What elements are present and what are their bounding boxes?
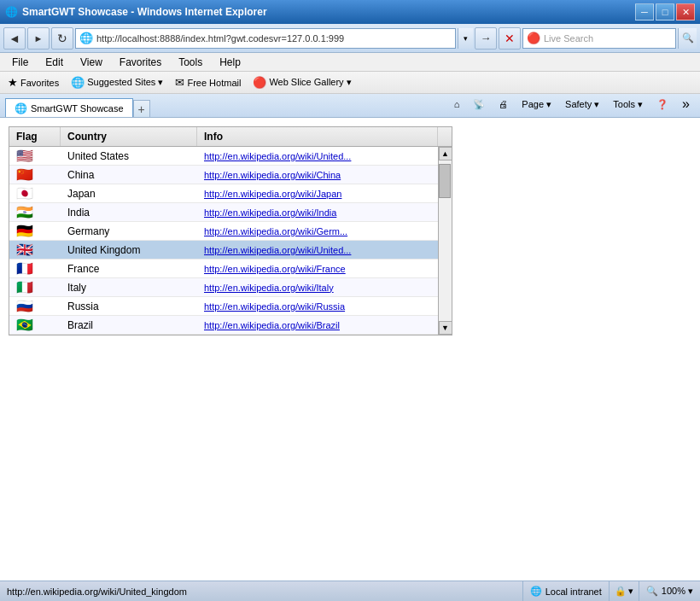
forward-button[interactable]: ► bbox=[27, 27, 50, 50]
title-bar-icon: 🌐 bbox=[5, 6, 18, 18]
title-bar-text: SmartGWT Showcase - Windows Internet Exp… bbox=[22, 6, 635, 18]
table-row[interactable]: 🇯🇵 Japan http://en.wikipedia.org/wiki/Ja… bbox=[9, 184, 438, 203]
new-tab-button[interactable]: + bbox=[133, 100, 150, 117]
globe-icon: 🌐 bbox=[71, 76, 85, 89]
address-dropdown[interactable]: ▾ bbox=[458, 28, 473, 49]
web-slice-icon: 🔴 bbox=[253, 76, 266, 89]
flag-cell: 🇫🇷 bbox=[9, 260, 61, 277]
search-icon: 🔴 bbox=[527, 32, 540, 44]
menu-edit[interactable]: Edit bbox=[38, 55, 70, 70]
web-slice-label: Web Slice Gallery ▾ bbox=[269, 77, 351, 88]
info-cell[interactable]: http://en.wikipedia.org/wiki/Russia bbox=[197, 297, 438, 315]
refresh-button[interactable]: ↻ bbox=[51, 27, 73, 50]
status-security[interactable]: 🔒 ▾ bbox=[609, 581, 639, 601]
scrollbar-thumb[interactable] bbox=[439, 164, 451, 198]
security-dropdown[interactable]: ▾ bbox=[628, 586, 633, 597]
favorites-button[interactable]: ★ Favorites bbox=[5, 75, 61, 90]
content-area: Flag Country Info 🇺🇸 United States http:… bbox=[0, 118, 700, 557]
flag-icon: 🇬🇧 bbox=[16, 243, 33, 257]
web-slice-gallery-button[interactable]: 🔴 Web Slice Gallery ▾ bbox=[250, 75, 353, 90]
wikipedia-link[interactable]: http://en.wikipedia.org/wiki/Russia bbox=[204, 301, 345, 312]
table-row[interactable]: 🇨🇳 China http://en.wikipedia.org/wiki/Ch… bbox=[9, 166, 438, 184]
table-row[interactable]: 🇧🇷 Brazil http://en.wikipedia.org/wiki/B… bbox=[9, 316, 438, 335]
suggested-sites-button[interactable]: 🌐 Suggested Sites ▾ bbox=[68, 75, 166, 90]
close-button[interactable]: ✕ bbox=[676, 3, 695, 20]
info-cell[interactable]: http://en.wikipedia.org/wiki/Japan bbox=[197, 184, 438, 202]
wikipedia-link[interactable]: http://en.wikipedia.org/wiki/Brazil bbox=[204, 320, 340, 330]
menu-tools[interactable]: Tools bbox=[172, 55, 209, 70]
flag-icon: 🇮🇹 bbox=[16, 281, 33, 295]
country-cell: Brazil bbox=[61, 316, 197, 334]
title-bar-buttons: ─ □ ✕ bbox=[635, 3, 695, 20]
country-cell: Russia bbox=[61, 297, 197, 315]
tab-label: SmartGWT Showcase bbox=[31, 103, 124, 114]
search-box[interactable]: 🔴 Live Search bbox=[522, 28, 676, 49]
wikipedia-link[interactable]: http://en.wikipedia.org/wiki/Japan bbox=[204, 189, 341, 199]
info-cell[interactable]: http://en.wikipedia.org/wiki/France bbox=[197, 260, 438, 277]
tools-button[interactable]: Tools ▾ bbox=[608, 96, 648, 113]
column-header-info: Info bbox=[197, 127, 438, 146]
info-cell[interactable]: http://en.wikipedia.org/wiki/United... bbox=[197, 241, 438, 259]
scrollbar-track[interactable] bbox=[439, 160, 452, 321]
wikipedia-link[interactable]: http://en.wikipedia.org/wiki/France bbox=[204, 264, 346, 274]
grid-header: Flag Country Info bbox=[9, 127, 452, 147]
help-button[interactable]: ❓ bbox=[651, 96, 674, 113]
menu-view[interactable]: View bbox=[73, 55, 109, 70]
scroll-down-button[interactable]: ▼ bbox=[439, 321, 452, 335]
minimize-button[interactable]: ─ bbox=[635, 3, 654, 20]
flag-cell: 🇨🇳 bbox=[9, 166, 61, 184]
menu-favorites[interactable]: Favorites bbox=[113, 55, 168, 70]
menu-file[interactable]: File bbox=[5, 55, 35, 70]
table-row[interactable]: 🇺🇸 United States http://en.wikipedia.org… bbox=[9, 147, 438, 166]
table-row[interactable]: 🇫🇷 France http://en.wikipedia.org/wiki/F… bbox=[9, 260, 438, 278]
flag-cell: 🇬🇧 bbox=[9, 241, 61, 259]
wikipedia-link[interactable]: http://en.wikipedia.org/wiki/India bbox=[204, 207, 336, 218]
info-cell[interactable]: http://en.wikipedia.org/wiki/United... bbox=[197, 147, 438, 165]
search-go-button[interactable]: 🔍 bbox=[678, 28, 697, 49]
address-bar[interactable]: 🌐 http://localhost:8888/index.html?gwt.c… bbox=[75, 28, 456, 49]
zoom-level: 100% ▾ bbox=[662, 586, 693, 597]
security-icon: 🔒 bbox=[615, 586, 627, 597]
flag-icon: 🇮🇳 bbox=[16, 206, 33, 219]
info-cell[interactable]: http://en.wikipedia.org/wiki/India bbox=[197, 203, 438, 221]
free-hotmail-button[interactable]: ✉ Free Hotmail bbox=[172, 75, 243, 90]
flag-icon: 🇫🇷 bbox=[16, 262, 33, 276]
active-tab[interactable]: 🌐 SmartGWT Showcase bbox=[5, 98, 133, 117]
grid-rows: 🇺🇸 United States http://en.wikipedia.org… bbox=[9, 147, 438, 335]
table-row[interactable]: 🇷🇺 Russia http://en.wikipedia.org/wiki/R… bbox=[9, 297, 438, 316]
info-cell[interactable]: http://en.wikipedia.org/wiki/Germ... bbox=[197, 222, 438, 240]
scroll-up-button[interactable]: ▲ bbox=[439, 147, 452, 160]
stop-button[interactable]: ✕ bbox=[499, 27, 521, 50]
wikipedia-link[interactable]: http://en.wikipedia.org/wiki/Italy bbox=[204, 283, 334, 293]
home-button[interactable]: ⌂ bbox=[449, 96, 465, 112]
go-button[interactable]: → bbox=[475, 27, 497, 50]
back-button[interactable]: ◄ bbox=[3, 27, 26, 50]
wikipedia-link[interactable]: http://en.wikipedia.org/wiki/United... bbox=[204, 151, 351, 161]
safety-button[interactable]: Safety ▾ bbox=[560, 96, 604, 113]
flag-icon: 🇷🇺 bbox=[16, 300, 33, 313]
print-button[interactable]: 🖨 bbox=[493, 96, 513, 112]
tab-icon: 🌐 bbox=[15, 102, 27, 114]
info-cell[interactable]: http://en.wikipedia.org/wiki/Brazil bbox=[197, 316, 438, 334]
extend-button[interactable]: » bbox=[677, 94, 695, 114]
flag-cell: 🇩🇪 bbox=[9, 222, 61, 240]
grid-scrollbar[interactable]: ▲ ▼ bbox=[438, 147, 452, 335]
info-cell[interactable]: http://en.wikipedia.org/wiki/Italy bbox=[197, 278, 438, 296]
table-row[interactable]: 🇬🇧 United Kingdom http://en.wikipedia.or… bbox=[9, 241, 438, 260]
country-cell: France bbox=[61, 260, 197, 277]
status-zoom[interactable]: 🔍 100% ▾ bbox=[639, 581, 700, 601]
flag-icon: 🇨🇳 bbox=[16, 168, 33, 182]
wikipedia-link[interactable]: http://en.wikipedia.org/wiki/Germ... bbox=[204, 226, 347, 236]
feed-button[interactable]: 📡 bbox=[468, 96, 490, 113]
maximize-button[interactable]: □ bbox=[656, 3, 674, 20]
favorites-label: Favorites bbox=[20, 78, 59, 88]
page-button[interactable]: Page ▾ bbox=[516, 96, 557, 113]
table-row[interactable]: 🇮🇳 India http://en.wikipedia.org/wiki/In… bbox=[9, 203, 438, 222]
table-row[interactable]: 🇮🇹 Italy http://en.wikipedia.org/wiki/It… bbox=[9, 278, 438, 297]
menu-help[interactable]: Help bbox=[213, 55, 248, 70]
wikipedia-link[interactable]: http://en.wikipedia.org/wiki/China bbox=[204, 170, 341, 180]
info-cell[interactable]: http://en.wikipedia.org/wiki/China bbox=[197, 166, 438, 184]
wikipedia-link[interactable]: http://en.wikipedia.org/wiki/United... bbox=[204, 245, 351, 255]
flag-cell: 🇷🇺 bbox=[9, 297, 61, 315]
table-row[interactable]: 🇩🇪 Germany http://en.wikipedia.org/wiki/… bbox=[9, 222, 438, 241]
